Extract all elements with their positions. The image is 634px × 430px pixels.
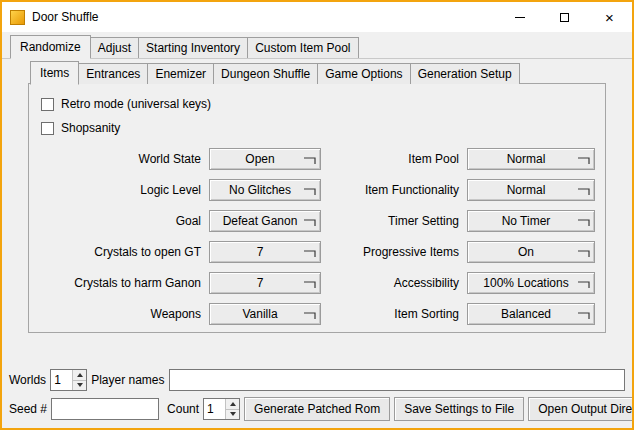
- open-output-directory-button[interactable]: Open Output Directory: [528, 397, 634, 421]
- count-input[interactable]: [204, 399, 225, 419]
- crystals-open-gt-dropdown[interactable]: 7: [209, 241, 321, 263]
- seed-label: Seed #: [9, 402, 47, 416]
- count-spinner[interactable]: [203, 398, 240, 420]
- shopsanity-label: Shopsanity: [61, 121, 120, 135]
- accessibility-dropdown[interactable]: 100% Locations: [467, 272, 595, 294]
- dropdown-indicator-icon: [577, 278, 591, 290]
- worlds-label: Worlds: [9, 373, 46, 387]
- weapons-label: Weapons: [43, 307, 201, 321]
- tab-starting-inventory[interactable]: Starting Inventory: [138, 37, 248, 58]
- count-label: Count: [167, 402, 199, 416]
- tab-dungeon-shuffle[interactable]: Dungeon Shuffle: [213, 63, 318, 84]
- world-state-label: World State: [43, 152, 201, 166]
- item-functionality-label: Item Functionality: [329, 183, 459, 197]
- tab-enemizer[interactable]: Enemizer: [147, 63, 214, 84]
- logic-level-label: Logic Level: [43, 183, 201, 197]
- goal-value: Defeat Ganon: [223, 214, 308, 228]
- minimize-icon: [515, 17, 525, 18]
- shopsanity-checkbox[interactable]: [41, 122, 54, 135]
- world-state-dropdown[interactable]: Open: [209, 148, 321, 170]
- dropdown-indicator-icon: [303, 216, 317, 228]
- randomize-tab-content: Items Entrances Enemizer Dungeon Shuffle…: [2, 59, 632, 365]
- worlds-row: Worlds Player names: [9, 369, 625, 391]
- worlds-input[interactable]: [51, 370, 72, 390]
- item-sorting-value: Balanced: [501, 307, 561, 321]
- item-pool-dropdown[interactable]: Normal: [467, 148, 595, 170]
- accessibility-label: Accessibility: [329, 276, 459, 290]
- seed-input[interactable]: [51, 398, 159, 420]
- spin-down-icon[interactable]: [73, 381, 86, 391]
- spin-up-icon[interactable]: [73, 370, 86, 381]
- generate-patched-rom-button[interactable]: Generate Patched Rom: [244, 397, 390, 421]
- dropdown-indicator-icon: [577, 247, 591, 259]
- count-spin-buttons: [225, 399, 239, 419]
- maximize-icon: [560, 13, 569, 22]
- close-button[interactable]: ×: [587, 2, 632, 32]
- logic-level-dropdown[interactable]: No Glitches: [209, 179, 321, 201]
- item-functionality-value: Normal: [507, 183, 556, 197]
- settings-tab-bar: Items Entrances Enemizer Dungeon Shuffle…: [28, 61, 606, 84]
- logic-level-value: No Glitches: [229, 183, 301, 197]
- items-pane: Retro mode (universal keys) Shopsanity W…: [28, 83, 606, 333]
- tab-randomize[interactable]: Randomize: [10, 35, 91, 59]
- seed-row: Seed # Count Generate Patched Rom Save S…: [9, 397, 625, 421]
- main-tab-bar: Randomize Adjust Starting Inventory Cust…: [2, 32, 632, 59]
- dropdown-indicator-icon: [303, 247, 317, 259]
- shopsanity-row: Shopsanity: [41, 116, 593, 140]
- tab-generation-setup[interactable]: Generation Setup: [410, 63, 520, 84]
- accessibility-value: 100% Locations: [483, 276, 578, 290]
- bottom-bar: Worlds Player names Seed # Count: [2, 365, 632, 428]
- worlds-spinner[interactable]: [50, 369, 87, 391]
- close-icon: ×: [605, 10, 614, 25]
- dropdown-indicator-icon: [303, 185, 317, 197]
- dropdown-indicator-icon: [577, 216, 591, 228]
- tab-entrances[interactable]: Entrances: [78, 63, 148, 84]
- save-settings-button[interactable]: Save Settings to File: [394, 397, 524, 421]
- player-names-input[interactable]: [169, 369, 626, 391]
- minimize-button[interactable]: [497, 2, 542, 32]
- tab-adjust[interactable]: Adjust: [90, 37, 139, 58]
- world-state-value: Open: [245, 152, 284, 166]
- dropdown-indicator-icon: [577, 309, 591, 321]
- player-names-label: Player names: [91, 373, 164, 387]
- crystals-open-gt-label: Crystals to open GT: [43, 245, 201, 259]
- crystals-harm-ganon-value: 7: [257, 276, 274, 290]
- weapons-value: Vanilla: [242, 307, 287, 321]
- item-functionality-dropdown[interactable]: Normal: [467, 179, 595, 201]
- app-window: Door Shuffle × Randomize Adjust Starting…: [0, 0, 634, 430]
- tab-custom-item-pool[interactable]: Custom Item Pool: [247, 37, 358, 58]
- crystals-harm-ganon-label: Crystals to harm Ganon: [43, 276, 201, 290]
- crystals-open-gt-value: 7: [257, 245, 274, 259]
- dropdown-indicator-icon: [577, 185, 591, 197]
- options-grid: World State Open Item Pool Normal Logic …: [43, 148, 593, 325]
- item-sorting-dropdown[interactable]: Balanced: [467, 303, 595, 325]
- retro-mode-checkbox[interactable]: [41, 98, 54, 111]
- dropdown-indicator-icon: [303, 154, 317, 166]
- maximize-button[interactable]: [542, 2, 587, 32]
- timer-setting-label: Timer Setting: [329, 214, 459, 228]
- item-pool-label: Item Pool: [329, 152, 459, 166]
- settings-notebook: Items Entrances Enemizer Dungeon Shuffle…: [28, 61, 606, 333]
- progressive-items-value: On: [518, 245, 544, 259]
- timer-setting-value: No Timer: [502, 214, 561, 228]
- tab-game-options[interactable]: Game Options: [317, 63, 410, 84]
- item-pool-value: Normal: [507, 152, 556, 166]
- spin-down-icon[interactable]: [226, 410, 239, 420]
- window-title: Door Shuffle: [32, 10, 99, 24]
- dropdown-indicator-icon: [303, 278, 317, 290]
- tab-items[interactable]: Items: [30, 61, 79, 85]
- progressive-items-dropdown[interactable]: On: [467, 241, 595, 263]
- spin-up-icon[interactable]: [226, 399, 239, 410]
- window-controls: ×: [497, 2, 632, 32]
- app-icon: [10, 10, 25, 25]
- goal-dropdown[interactable]: Defeat Ganon: [209, 210, 321, 232]
- dropdown-indicator-icon: [577, 154, 591, 166]
- crystals-harm-ganon-dropdown[interactable]: 7: [209, 272, 321, 294]
- worlds-spin-buttons: [72, 370, 86, 390]
- title-bar[interactable]: Door Shuffle ×: [2, 2, 632, 32]
- item-sorting-label: Item Sorting: [329, 307, 459, 321]
- weapons-dropdown[interactable]: Vanilla: [209, 303, 321, 325]
- retro-mode-label: Retro mode (universal keys): [61, 97, 211, 111]
- progressive-items-label: Progressive Items: [329, 245, 459, 259]
- timer-setting-dropdown[interactable]: No Timer: [467, 210, 595, 232]
